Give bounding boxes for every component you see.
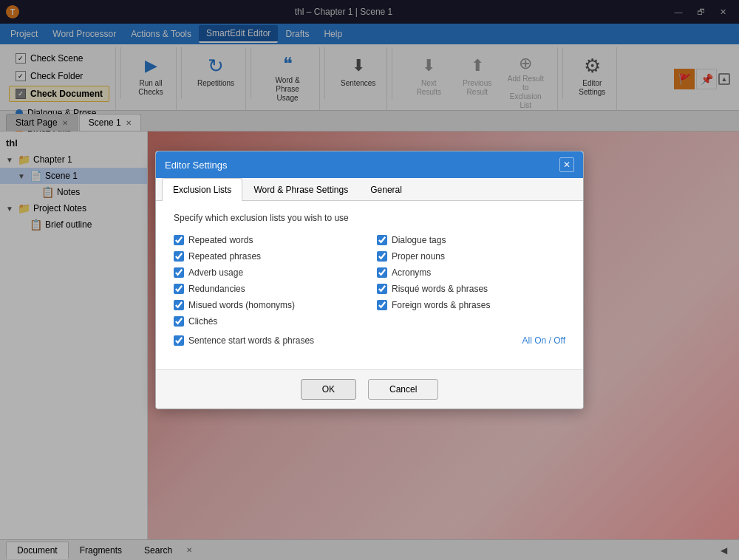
dialog-titlebar: Editor Settings ✕: [156, 151, 583, 178]
checkbox-repeated-words[interactable]: Repeated words: [174, 235, 362, 245]
checkbox-adverb-usage[interactable]: Adverb usage: [174, 267, 362, 278]
dialog-footer: OK Cancel: [156, 369, 583, 409]
checkbox-repeated-phrases[interactable]: Repeated phrases: [174, 251, 362, 262]
dialog-close-button[interactable]: ✕: [559, 157, 574, 172]
checkbox-cliches[interactable]: Clichés: [174, 316, 362, 327]
checkbox-repeated-phrases-input[interactable]: [174, 251, 184, 262]
dialog-tab-word-phrase-settings[interactable]: Word & Phrase Settings: [242, 178, 359, 201]
checkbox-acronyms-input[interactable]: [377, 267, 387, 278]
checkbox-misued-words-label: Misued words (homonyms): [188, 300, 295, 310]
checkbox-redundancies-input[interactable]: [174, 284, 184, 294]
exclusion-checkboxes: Repeated words Dialogue tags Repeated ph…: [174, 235, 565, 349]
checkbox-dialogue-tags[interactable]: Dialogue tags: [377, 235, 565, 245]
checkbox-cliches-label: Clichés: [188, 316, 217, 327]
checkbox-sentence-start[interactable]: Sentence start words & phrases: [174, 332, 362, 349]
checkbox-sentence-start-input[interactable]: [174, 335, 184, 346]
dialog-content: Specify which exclusion lists you wish t…: [156, 201, 583, 369]
checkbox-redundancies-label: Redundancies: [188, 284, 245, 294]
checkbox-risque-input[interactable]: [377, 284, 387, 294]
all-on-off-container: All On / Off: [377, 332, 565, 349]
checkbox-proper-nouns-label: Proper nouns: [392, 251, 445, 262]
cancel-button[interactable]: Cancel: [368, 379, 438, 400]
checkbox-repeated-words-input[interactable]: [174, 235, 184, 245]
dialog-title: Editor Settings: [165, 160, 228, 171]
checkbox-misued-words-input[interactable]: [174, 300, 184, 310]
checkbox-risque-label: Risqué words & phrases: [392, 284, 488, 294]
dialog-overlay: Editor Settings ✕ Exclusion Lists Word &…: [0, 0, 739, 560]
dialog-tab-exclusion-lists[interactable]: Exclusion Lists: [162, 178, 242, 201]
checkbox-sentence-start-label: Sentence start words & phrases: [188, 335, 314, 346]
checkbox-foreign-words[interactable]: Foreign words & phrases: [377, 300, 565, 310]
dialog-tab-general[interactable]: General: [359, 178, 413, 201]
checkbox-dialogue-tags-label: Dialogue tags: [392, 235, 446, 245]
checkbox-acronyms-label: Acronyms: [392, 267, 431, 278]
checkbox-acronyms[interactable]: Acronyms: [377, 267, 565, 278]
checkbox-adverb-usage-input[interactable]: [174, 267, 184, 278]
checkbox-redundancies[interactable]: Redundancies: [174, 284, 362, 294]
checkbox-adverb-usage-label: Adverb usage: [188, 267, 243, 278]
checkbox-cliches-input[interactable]: [174, 316, 184, 327]
editor-settings-dialog: Editor Settings ✕ Exclusion Lists Word &…: [155, 151, 584, 409]
checkbox-foreign-words-input[interactable]: [377, 300, 387, 310]
checkbox-dialogue-tags-input[interactable]: [377, 235, 387, 245]
checkbox-repeated-phrases-label: Repeated phrases: [188, 251, 261, 262]
dialog-description: Specify which exclusion lists you wish t…: [174, 213, 565, 223]
checkbox-risque[interactable]: Risqué words & phrases: [377, 284, 565, 294]
all-on-off-link[interactable]: All On / Off: [522, 335, 565, 346]
ok-button[interactable]: OK: [301, 379, 356, 400]
dialog-tabs: Exclusion Lists Word & Phrase Settings G…: [156, 178, 583, 201]
checkbox-proper-nouns[interactable]: Proper nouns: [377, 251, 565, 262]
checkbox-repeated-words-label: Repeated words: [188, 235, 253, 245]
checkbox-proper-nouns-input[interactable]: [377, 251, 387, 262]
checkbox-misued-words[interactable]: Misued words (homonyms): [174, 300, 362, 310]
checkbox-foreign-words-label: Foreign words & phrases: [392, 300, 490, 310]
